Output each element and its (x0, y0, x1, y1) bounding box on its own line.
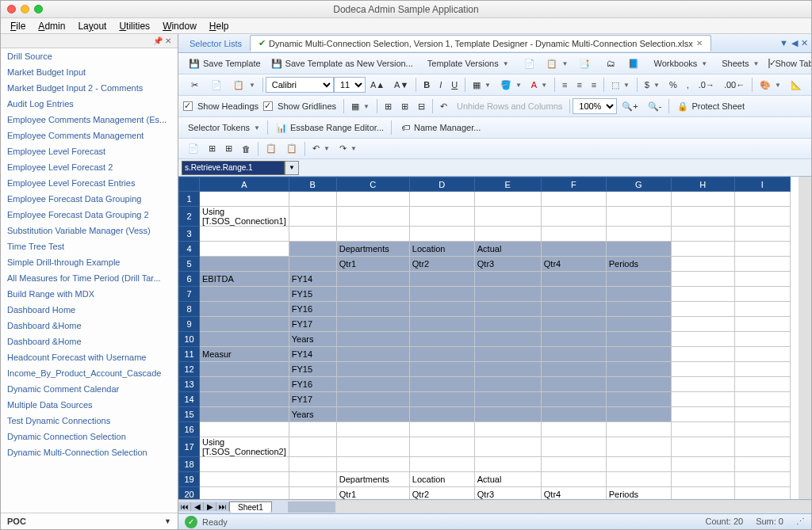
cell-A10[interactable] (200, 332, 289, 347)
cell-I11[interactable] (734, 347, 790, 362)
cell-F18[interactable] (541, 457, 606, 472)
cell-F2[interactable] (541, 207, 606, 227)
cell-E5[interactable]: Qtr3 (474, 257, 541, 272)
cell-C19[interactable]: Departments (336, 472, 409, 487)
tb-icon-1[interactable]: 📄 (519, 55, 540, 72)
row-header-6[interactable]: 6 (179, 272, 200, 287)
cell-B6[interactable]: FY14 (289, 272, 336, 287)
selector-tokens-button[interactable]: Selector Tokens▼ (184, 120, 264, 135)
cell-F4[interactable] (541, 242, 606, 257)
cell-C20[interactable]: Qtr1 (336, 487, 409, 500)
cell-H20[interactable] (671, 487, 734, 500)
comma-button[interactable]: , (683, 78, 693, 92)
cell-D15[interactable] (409, 407, 474, 422)
show-tabs-checkbox[interactable] (768, 59, 770, 68)
row-header-17[interactable]: 17 (179, 437, 200, 457)
cell-B1[interactable] (289, 192, 336, 207)
cell-E6[interactable] (474, 272, 541, 287)
col-header-I[interactable]: I (734, 177, 790, 192)
cell-D10[interactable] (409, 332, 474, 347)
cell-D6[interactable] (409, 272, 474, 287)
cell-E18[interactable] (474, 457, 541, 472)
minimize-window-button[interactable] (21, 5, 29, 13)
cell-A2[interactable]: Using [T.SOS_Connection1] (200, 207, 289, 227)
sidebar-item-8[interactable]: Employee Level Forecast Entries (1, 175, 178, 191)
dec-font-button[interactable]: A▼ (390, 78, 412, 92)
cell-I3[interactable] (734, 227, 790, 242)
undo-2-button[interactable]: ↶▼ (308, 141, 334, 156)
sheet-tab-1[interactable]: Sheet1 (229, 501, 272, 513)
bold-button[interactable]: B (419, 78, 434, 92)
row-header-13[interactable]: 13 (179, 377, 200, 392)
zoom-select[interactable]: 100% (573, 98, 617, 114)
cell-I9[interactable] (734, 317, 790, 332)
cell-F6[interactable] (541, 272, 606, 287)
cell-A6[interactable]: EBITDA (200, 272, 289, 287)
cell-F3[interactable] (541, 227, 606, 242)
row-header-15[interactable]: 15 (179, 407, 200, 422)
sheets-button[interactable]: Sheets▼ (718, 56, 763, 71)
zoom-in-button[interactable]: 🔍+ (618, 99, 642, 114)
cell-B19[interactable] (289, 472, 336, 487)
font-size-select[interactable]: 11 (334, 77, 366, 93)
cell-D14[interactable] (409, 392, 474, 407)
cell-I6[interactable] (734, 272, 790, 287)
workbooks-button[interactable]: Workbooks▼ (650, 56, 712, 71)
align-center-button[interactable]: ≡ (573, 78, 585, 92)
cell-C3[interactable] (336, 227, 409, 242)
sidebar-item-10[interactable]: Employee Forecast Data Grouping 2 (1, 207, 178, 223)
cell-I10[interactable] (734, 332, 790, 347)
sheet-nav-last[interactable]: ⏭ (216, 502, 229, 511)
row-header-4[interactable]: 4 (179, 242, 200, 257)
sidebar-item-7[interactable]: Employee Level Forecast 2 (1, 159, 178, 175)
font-select[interactable]: Calibri (266, 77, 334, 93)
tb5-5[interactable]: 📋 (262, 141, 281, 156)
cell-A18[interactable] (200, 457, 289, 472)
sidebar-item-21[interactable]: Dynamic Comment Calendar (1, 381, 178, 397)
cell-G12[interactable] (606, 362, 671, 377)
cell-H4[interactable] (671, 242, 734, 257)
cell-F20[interactable]: Qtr4 (541, 487, 606, 500)
sidebar-item-15[interactable]: Build Range with MDX (1, 286, 178, 302)
inc-decimal-button[interactable]: .0→ (695, 78, 718, 92)
col-header-B[interactable]: B (289, 177, 336, 192)
cell-E17[interactable] (474, 437, 541, 457)
cell-C15[interactable] (336, 407, 409, 422)
cell-C8[interactable] (336, 302, 409, 317)
cell-D11[interactable] (409, 347, 474, 362)
cell-C2[interactable] (336, 207, 409, 227)
col-header-A[interactable]: A (200, 177, 289, 192)
align-right-button[interactable]: ≡ (588, 78, 600, 92)
cell-D7[interactable] (409, 287, 474, 302)
row-header-3[interactable]: 3 (179, 227, 200, 242)
cell-I1[interactable] (734, 192, 790, 207)
sidebar-item-5[interactable]: Employee Comments Management (1, 128, 178, 143)
cell-E7[interactable] (474, 287, 541, 302)
cell-I8[interactable] (734, 302, 790, 317)
cell-D5[interactable]: Qtr2 (409, 257, 474, 272)
vertical-scrollbar[interactable] (799, 177, 811, 499)
tb-icon-4[interactable]: 🗂 (601, 55, 622, 72)
cell-A11[interactable]: Measur (200, 347, 289, 362)
cell-H2[interactable] (671, 207, 734, 227)
cell-F9[interactable] (541, 317, 606, 332)
cell-B18[interactable] (289, 457, 336, 472)
cell-H7[interactable] (671, 287, 734, 302)
cell-B9[interactable]: FY17 (289, 317, 336, 332)
cell-H18[interactable] (671, 457, 734, 472)
cell-B4[interactable] (289, 242, 336, 257)
cell-I20[interactable] (734, 487, 790, 500)
cell-H14[interactable] (671, 392, 734, 407)
underline-button[interactable]: U (447, 78, 462, 92)
sidebar-item-23[interactable]: Test Dynamic Connections (1, 413, 178, 429)
cell-G9[interactable] (606, 317, 671, 332)
cell-A12[interactable] (200, 362, 289, 377)
cell-G16[interactable] (606, 422, 671, 437)
sidebar-item-16[interactable]: Dashboard Home (1, 302, 178, 318)
save-as-version-button[interactable]: 💾Save Template as New Version... (266, 55, 417, 72)
font-color-button[interactable]: A▼ (527, 78, 551, 92)
cell-G4[interactable] (606, 242, 671, 257)
sidebar-item-4[interactable]: Employee Comments Management (Es... (1, 112, 178, 128)
cell-C14[interactable] (336, 392, 409, 407)
status-resize-icon[interactable]: ⋰ (796, 517, 805, 527)
